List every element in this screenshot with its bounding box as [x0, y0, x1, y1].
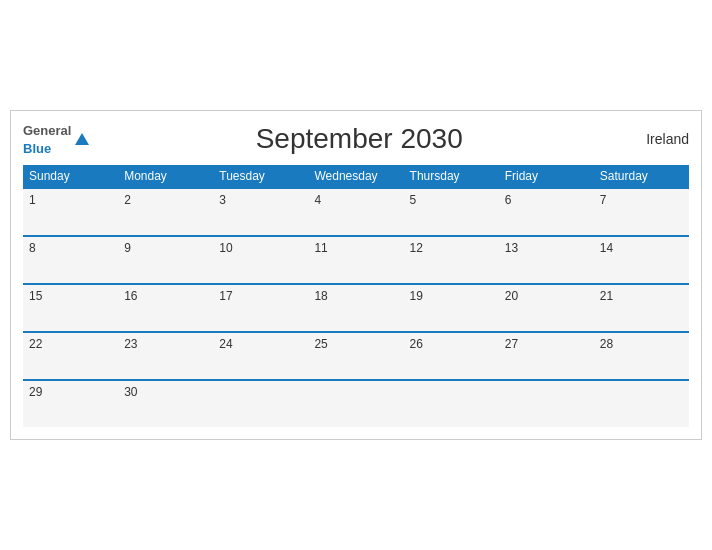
calendar-week-row: 15161718192021 [23, 284, 689, 332]
logo-text: General Blue [23, 121, 71, 157]
calendar-day [499, 380, 594, 427]
calendar-day: 19 [404, 284, 499, 332]
calendar-week-row: 1234567 [23, 188, 689, 236]
calendar-day: 28 [594, 332, 689, 380]
calendar-day: 18 [308, 284, 403, 332]
calendar-day: 22 [23, 332, 118, 380]
calendar-day: 14 [594, 236, 689, 284]
calendar-day: 8 [23, 236, 118, 284]
calendar-body: 1234567891011121314151617181920212223242… [23, 188, 689, 427]
logo-triangle-icon [75, 133, 89, 145]
calendar-table: Sunday Monday Tuesday Wednesday Thursday… [23, 165, 689, 427]
calendar-day: 4 [308, 188, 403, 236]
calendar-day: 26 [404, 332, 499, 380]
calendar-day: 21 [594, 284, 689, 332]
calendar-day [213, 380, 308, 427]
calendar-day: 16 [118, 284, 213, 332]
calendar: General Blue September 2030 Ireland Sund… [10, 110, 702, 440]
calendar-day [594, 380, 689, 427]
calendar-day: 23 [118, 332, 213, 380]
calendar-header: General Blue September 2030 Ireland [23, 121, 689, 157]
calendar-day: 11 [308, 236, 403, 284]
calendar-day: 27 [499, 332, 594, 380]
calendar-day: 30 [118, 380, 213, 427]
header-tuesday: Tuesday [213, 165, 308, 188]
calendar-day: 1 [23, 188, 118, 236]
calendar-day: 2 [118, 188, 213, 236]
calendar-day: 29 [23, 380, 118, 427]
calendar-day [308, 380, 403, 427]
header-friday: Friday [499, 165, 594, 188]
calendar-day: 10 [213, 236, 308, 284]
calendar-day: 24 [213, 332, 308, 380]
calendar-day: 20 [499, 284, 594, 332]
logo: General Blue [23, 121, 89, 157]
calendar-day: 5 [404, 188, 499, 236]
logo-blue: Blue [23, 141, 51, 156]
logo-general: General [23, 123, 71, 138]
header-sunday: Sunday [23, 165, 118, 188]
calendar-day: 7 [594, 188, 689, 236]
header-monday: Monday [118, 165, 213, 188]
calendar-day: 12 [404, 236, 499, 284]
country-label: Ireland [629, 131, 689, 147]
calendar-day: 3 [213, 188, 308, 236]
calendar-day: 9 [118, 236, 213, 284]
calendar-week-row: 2930 [23, 380, 689, 427]
calendar-day: 13 [499, 236, 594, 284]
header-wednesday: Wednesday [308, 165, 403, 188]
calendar-title: September 2030 [89, 123, 629, 155]
header-thursday: Thursday [404, 165, 499, 188]
calendar-day: 25 [308, 332, 403, 380]
calendar-day: 15 [23, 284, 118, 332]
calendar-day: 6 [499, 188, 594, 236]
calendar-week-row: 891011121314 [23, 236, 689, 284]
calendar-day [404, 380, 499, 427]
header-saturday: Saturday [594, 165, 689, 188]
calendar-day: 17 [213, 284, 308, 332]
calendar-week-row: 22232425262728 [23, 332, 689, 380]
weekday-header-row: Sunday Monday Tuesday Wednesday Thursday… [23, 165, 689, 188]
